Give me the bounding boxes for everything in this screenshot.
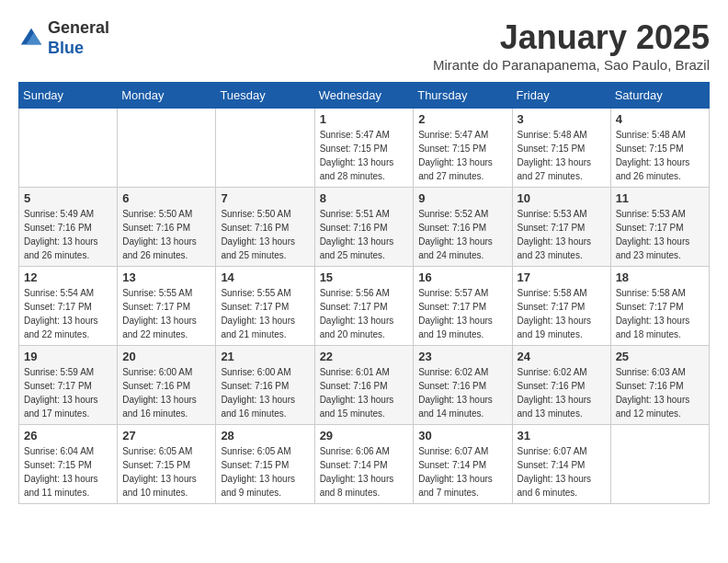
calendar-cell: 24Sunrise: 6:02 AM Sunset: 7:16 PM Dayli…	[512, 346, 610, 425]
calendar-cell	[610, 425, 709, 504]
day-info: Sunrise: 5:57 AM Sunset: 7:17 PM Dayligh…	[418, 286, 506, 341]
calendar-cell: 14Sunrise: 5:55 AM Sunset: 7:17 PM Dayli…	[216, 267, 314, 346]
calendar-cell: 27Sunrise: 6:05 AM Sunset: 7:15 PM Dayli…	[118, 425, 216, 504]
calendar-cell: 23Sunrise: 6:02 AM Sunset: 7:16 PM Dayli…	[414, 346, 512, 425]
day-info: Sunrise: 6:03 AM Sunset: 7:16 PM Dayligh…	[616, 365, 704, 420]
day-number: 1	[320, 112, 409, 126]
calendar-cell: 18Sunrise: 5:58 AM Sunset: 7:17 PM Dayli…	[610, 267, 709, 346]
day-number: 20	[122, 350, 210, 363]
day-info: Sunrise: 5:58 AM Sunset: 7:17 PM Dayligh…	[616, 286, 704, 341]
day-number: 18	[616, 270, 704, 284]
day-info: Sunrise: 6:02 AM Sunset: 7:16 PM Dayligh…	[418, 365, 506, 420]
calendar-cell: 13Sunrise: 5:55 AM Sunset: 7:17 PM Dayli…	[118, 267, 216, 346]
day-info: Sunrise: 5:50 AM Sunset: 7:16 PM Dayligh…	[122, 207, 210, 262]
day-info: Sunrise: 5:54 AM Sunset: 7:17 PM Dayligh…	[24, 286, 112, 341]
day-info: Sunrise: 5:56 AM Sunset: 7:17 PM Dayligh…	[320, 286, 409, 341]
day-info: Sunrise: 5:53 AM Sunset: 7:17 PM Dayligh…	[518, 207, 606, 262]
calendar-cell: 21Sunrise: 6:00 AM Sunset: 7:16 PM Dayli…	[216, 346, 314, 425]
day-number: 10	[518, 191, 606, 205]
day-number: 14	[221, 270, 309, 284]
day-info: Sunrise: 6:05 AM Sunset: 7:15 PM Dayligh…	[122, 444, 210, 500]
calendar-cell: 16Sunrise: 5:57 AM Sunset: 7:17 PM Dayli…	[414, 267, 512, 346]
day-info: Sunrise: 6:01 AM Sunset: 7:16 PM Dayligh…	[320, 365, 409, 420]
day-info: Sunrise: 5:53 AM Sunset: 7:17 PM Dayligh…	[616, 207, 704, 262]
day-info: Sunrise: 5:55 AM Sunset: 7:17 PM Dayligh…	[221, 286, 309, 341]
calendar-cell: 15Sunrise: 5:56 AM Sunset: 7:17 PM Dayli…	[314, 267, 414, 346]
day-info: Sunrise: 6:06 AM Sunset: 7:14 PM Dayligh…	[320, 444, 409, 500]
calendar-cell: 6Sunrise: 5:50 AM Sunset: 7:16 PM Daylig…	[118, 188, 216, 267]
calendar-cell: 29Sunrise: 6:06 AM Sunset: 7:14 PM Dayli…	[314, 425, 414, 504]
calendar-cell: 1Sunrise: 5:47 AM Sunset: 7:15 PM Daylig…	[314, 109, 414, 188]
logo-text: General Blue	[48, 18, 109, 58]
day-info: Sunrise: 6:00 AM Sunset: 7:16 PM Dayligh…	[221, 365, 309, 420]
calendar-cell	[118, 109, 216, 188]
day-number: 11	[616, 191, 704, 205]
day-number: 16	[418, 270, 506, 284]
day-number: 8	[320, 191, 409, 205]
day-info: Sunrise: 5:58 AM Sunset: 7:17 PM Dayligh…	[518, 286, 606, 341]
logo-icon	[18, 26, 44, 52]
day-number: 24	[518, 350, 606, 363]
day-number: 15	[320, 270, 409, 284]
day-of-week-header: Wednesday	[314, 83, 414, 109]
day-of-week-header: Tuesday	[216, 83, 314, 109]
day-info: Sunrise: 5:51 AM Sunset: 7:16 PM Dayligh…	[320, 207, 409, 262]
day-of-week-header: Sunday	[19, 83, 118, 109]
day-number: 26	[24, 429, 112, 442]
day-info: Sunrise: 5:47 AM Sunset: 7:15 PM Dayligh…	[418, 128, 506, 183]
day-info: Sunrise: 5:59 AM Sunset: 7:17 PM Dayligh…	[24, 365, 112, 420]
day-number: 25	[616, 350, 704, 363]
day-number: 9	[418, 191, 506, 205]
month-title: January 2025	[433, 18, 710, 57]
calendar-week-row: 5Sunrise: 5:49 AM Sunset: 7:16 PM Daylig…	[19, 188, 710, 267]
day-number: 7	[221, 191, 309, 205]
day-number: 6	[122, 191, 210, 205]
day-number: 2	[418, 112, 506, 126]
calendar-cell: 25Sunrise: 6:03 AM Sunset: 7:16 PM Dayli…	[610, 346, 709, 425]
day-info: Sunrise: 6:04 AM Sunset: 7:15 PM Dayligh…	[24, 444, 112, 500]
location-subtitle: Mirante do Paranapanema, Sao Paulo, Braz…	[433, 57, 710, 73]
day-info: Sunrise: 6:05 AM Sunset: 7:15 PM Dayligh…	[221, 444, 309, 500]
calendar-cell: 7Sunrise: 5:50 AM Sunset: 7:16 PM Daylig…	[216, 188, 314, 267]
calendar-cell: 9Sunrise: 5:52 AM Sunset: 7:16 PM Daylig…	[414, 188, 512, 267]
calendar-week-row: 1Sunrise: 5:47 AM Sunset: 7:15 PM Daylig…	[19, 109, 710, 188]
day-of-week-header: Thursday	[414, 83, 512, 109]
calendar-cell: 5Sunrise: 5:49 AM Sunset: 7:16 PM Daylig…	[19, 188, 118, 267]
calendar-cell: 4Sunrise: 5:48 AM Sunset: 7:15 PM Daylig…	[610, 109, 709, 188]
calendar-cell: 30Sunrise: 6:07 AM Sunset: 7:14 PM Dayli…	[414, 425, 512, 504]
day-number: 21	[221, 350, 309, 363]
calendar-week-row: 19Sunrise: 5:59 AM Sunset: 7:17 PM Dayli…	[19, 346, 710, 425]
logo: General Blue	[18, 18, 109, 58]
calendar-cell: 8Sunrise: 5:51 AM Sunset: 7:16 PM Daylig…	[314, 188, 414, 267]
day-number: 5	[24, 191, 112, 205]
calendar-cell: 31Sunrise: 6:07 AM Sunset: 7:14 PM Dayli…	[512, 425, 610, 504]
calendar-week-row: 26Sunrise: 6:04 AM Sunset: 7:15 PM Dayli…	[19, 425, 710, 504]
calendar-cell: 3Sunrise: 5:48 AM Sunset: 7:15 PM Daylig…	[512, 109, 610, 188]
day-number: 28	[221, 429, 309, 442]
calendar-cell: 28Sunrise: 6:05 AM Sunset: 7:15 PM Dayli…	[216, 425, 314, 504]
day-info: Sunrise: 5:52 AM Sunset: 7:16 PM Dayligh…	[418, 207, 506, 262]
day-number: 3	[518, 112, 606, 126]
day-number: 19	[24, 350, 112, 363]
day-number: 13	[122, 270, 210, 284]
calendar-cell	[216, 109, 314, 188]
day-info: Sunrise: 6:07 AM Sunset: 7:14 PM Dayligh…	[418, 444, 506, 500]
day-info: Sunrise: 6:07 AM Sunset: 7:14 PM Dayligh…	[518, 444, 606, 500]
day-of-week-header: Friday	[512, 83, 610, 109]
day-info: Sunrise: 5:50 AM Sunset: 7:16 PM Dayligh…	[221, 207, 309, 262]
day-number: 4	[616, 112, 704, 126]
day-info: Sunrise: 5:49 AM Sunset: 7:16 PM Dayligh…	[24, 207, 112, 262]
day-of-week-header: Monday	[118, 83, 216, 109]
day-number: 27	[122, 429, 210, 442]
calendar-cell: 26Sunrise: 6:04 AM Sunset: 7:15 PM Dayli…	[19, 425, 118, 504]
page-header: General Blue January 2025 Mirante do Par…	[18, 18, 710, 73]
calendar-cell: 22Sunrise: 6:01 AM Sunset: 7:16 PM Dayli…	[314, 346, 414, 425]
day-info: Sunrise: 6:02 AM Sunset: 7:16 PM Dayligh…	[518, 365, 606, 420]
calendar-cell: 19Sunrise: 5:59 AM Sunset: 7:17 PM Dayli…	[19, 346, 118, 425]
day-number: 31	[518, 429, 606, 442]
calendar-cell: 10Sunrise: 5:53 AM Sunset: 7:17 PM Dayli…	[512, 188, 610, 267]
day-info: Sunrise: 5:47 AM Sunset: 7:15 PM Dayligh…	[320, 128, 409, 183]
day-info: Sunrise: 6:00 AM Sunset: 7:16 PM Dayligh…	[122, 365, 210, 420]
day-info: Sunrise: 5:55 AM Sunset: 7:17 PM Dayligh…	[122, 286, 210, 341]
calendar-cell: 17Sunrise: 5:58 AM Sunset: 7:17 PM Dayli…	[512, 267, 610, 346]
